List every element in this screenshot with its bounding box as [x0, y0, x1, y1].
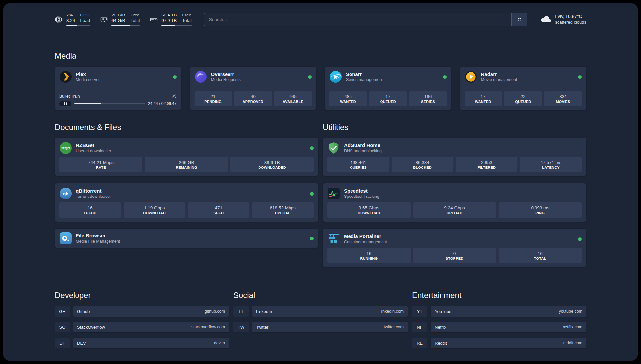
stat-tile: 17 QUEUED: [369, 91, 407, 106]
app-card-speedtest[interactable]: Speedtest Speedtest Tracking 9.65 Gbps D…: [323, 183, 586, 222]
stat-tile: 945 AVAILABLE: [274, 91, 312, 106]
dashboard: 7% 3.24 CPU Load: [3, 3, 638, 361]
link-stackoverflow: SO StackOverflow stackoverflow.com: [55, 322, 229, 332]
overseerr-icon: [195, 71, 207, 83]
playback-progress-fill: [74, 103, 101, 104]
link-button-reddit[interactable]: Reddit reddit.com: [431, 338, 586, 348]
link-button-dev[interactable]: DEV dev.to: [73, 338, 229, 348]
app-subtitle: Usenet downloader: [76, 149, 111, 154]
link-abbr: YT: [412, 306, 427, 317]
link-url: stackoverflow.com: [191, 325, 225, 329]
ram-usage-bar: [111, 25, 140, 26]
app-card-sonarr[interactable]: Sonarr Series management 485 WANTED 17 Q…: [325, 67, 451, 110]
stat-tile: 21 PENDING: [195, 91, 232, 106]
stat-value: 17: [481, 94, 486, 99]
pause-button[interactable]: [59, 101, 71, 106]
section-heading-developer: Developer: [55, 291, 229, 300]
gear-icon[interactable]: [172, 94, 177, 99]
stat-tile: 196 SERIES: [409, 91, 446, 106]
section-heading-social: Social: [233, 291, 408, 300]
app-card-portainer[interactable]: Media Portainer Container management 16 …: [323, 229, 586, 267]
app-subtitle: Movie management: [481, 77, 517, 83]
link-name: StackOverflow: [77, 325, 105, 330]
stat-value: 834: [559, 94, 567, 99]
weather-widget[interactable]: Lviv, 16.87°C scattered clouds: [540, 14, 586, 25]
search-engine-button[interactable]: G: [511, 13, 527, 26]
stat-tile: 2,953 FILTERED: [456, 157, 518, 172]
disk-free-label: Free: [182, 13, 192, 18]
link-name: Github: [77, 309, 90, 314]
app-card-plex[interactable]: Plex Media server Bullet Train: [55, 67, 181, 110]
link-abbr: LI: [233, 306, 249, 317]
plex-icon: [59, 71, 72, 83]
stat-tile: 834 MOVIES: [544, 91, 582, 106]
app-name: qBittorrent: [76, 188, 111, 194]
sonarr-icon: [329, 71, 342, 83]
stat-value: 196: [424, 94, 432, 99]
search-input[interactable]: [204, 13, 512, 26]
stat-label: AVAILABLE: [283, 100, 303, 104]
stat-value: 16: [88, 205, 93, 210]
app-subtitle: Media Requests: [211, 77, 241, 83]
stat-tile: 744.21 Mbps RATE: [59, 157, 142, 172]
app-card-radarr[interactable]: Radarr Movie management 17 WANTED 22 QUE…: [460, 67, 587, 110]
stat-value: 471: [215, 205, 223, 210]
link-abbr: DT: [55, 338, 70, 348]
ram-free-label: Free: [131, 13, 140, 18]
stat-value: 618.52 Mbps: [270, 205, 296, 210]
card-header: qb qBittorrent Torrent downloader: [59, 187, 314, 200]
playback-progress-bar[interactable]: [74, 103, 145, 104]
cpu-icon: [55, 15, 63, 24]
link-button-youtube[interactable]: YouTube youtube.com: [431, 306, 586, 317]
stat-label: FILTERED: [478, 166, 496, 169]
qbittorrent-icon: qb: [59, 187, 72, 200]
section-entertainment: Entertainment YT YouTube youtube.com NF …: [412, 291, 586, 348]
stat-value: 39.6 TB: [264, 160, 280, 165]
link-button-github[interactable]: Github github.com: [73, 306, 229, 317]
app-card-filebrowser[interactable]: File Browser Media File Management: [55, 229, 318, 248]
link-youtube: YT YouTube youtube.com: [412, 306, 586, 317]
link-button-stackoverflow[interactable]: StackOverflow stackoverflow.com: [73, 322, 229, 332]
link-github: GH Github github.com: [55, 306, 229, 317]
stat-value: 498,461: [350, 160, 366, 165]
app-subtitle: Container management: [344, 240, 387, 245]
link-url: netflix.com: [563, 325, 582, 329]
app-card-overseerr[interactable]: Overseerr Media Requests 21 PENDING 40 A…: [190, 67, 317, 110]
stat-tile: 39.6 TB DOWNLOADED: [230, 157, 314, 172]
card-header: Media Portainer Container management: [327, 233, 582, 245]
section-social: Social LI LinkedIn linkedin.com TW Twitt…: [233, 291, 408, 348]
stat-value: 744.21 Mbps: [88, 160, 114, 165]
link-name: YouTube: [435, 309, 451, 314]
section-media: Media Plex Media server: [55, 51, 586, 110]
link-button-linkedin[interactable]: LinkedIn linkedin.com: [252, 306, 408, 317]
app-card-nzbget[interactable]: nzbget NZBGet Usenet downloader 744.21 M…: [55, 138, 318, 176]
stat-label: LEECH: [84, 211, 96, 215]
weather-condition: scattered clouds: [555, 20, 586, 25]
stat-label: LATENCY: [542, 166, 560, 169]
stat-label: WANTED: [475, 100, 491, 104]
status-dot: [578, 237, 582, 241]
section-heading-utilities: Utilities: [323, 123, 586, 132]
link-button-netflix[interactable]: Netflix netflix.com: [431, 322, 586, 332]
app-card-qbittorrent[interactable]: qb qBittorrent Torrent downloader 16 LEE…: [55, 183, 318, 222]
card-header: nzbget NZBGet Usenet downloader: [59, 142, 314, 154]
app-subtitle: Torrent downloader: [76, 194, 111, 199]
app-subtitle: Speedtest Tracking: [344, 194, 379, 199]
app-card-adguard[interactable]: AdGuard Home DNS and adblocking 498,461 …: [323, 138, 586, 176]
stat-value: 22: [521, 94, 526, 99]
card-header: Sonarr Series management: [329, 71, 447, 83]
ram-total-label: Total: [131, 18, 140, 24]
ram-free-value: 22 GiB: [111, 13, 125, 18]
link-name: Twitter: [256, 325, 268, 330]
link-abbr: NF: [412, 322, 427, 332]
disk-usage-bar: [161, 25, 192, 26]
stat-tile: 485 WANTED: [329, 91, 367, 106]
status-dot: [578, 75, 582, 79]
link-url: reddit.com: [563, 341, 582, 345]
stat-tile: 22 QUEUED: [504, 91, 542, 106]
stat-value: 485: [344, 94, 352, 99]
cpu-load-label: Load: [80, 18, 90, 24]
section-documents: Documents & Files nzbget NZBGet U: [55, 123, 318, 267]
link-button-twitter[interactable]: Twitter twitter.com: [252, 322, 408, 332]
app-subtitle: DNS and adblocking: [344, 149, 382, 154]
